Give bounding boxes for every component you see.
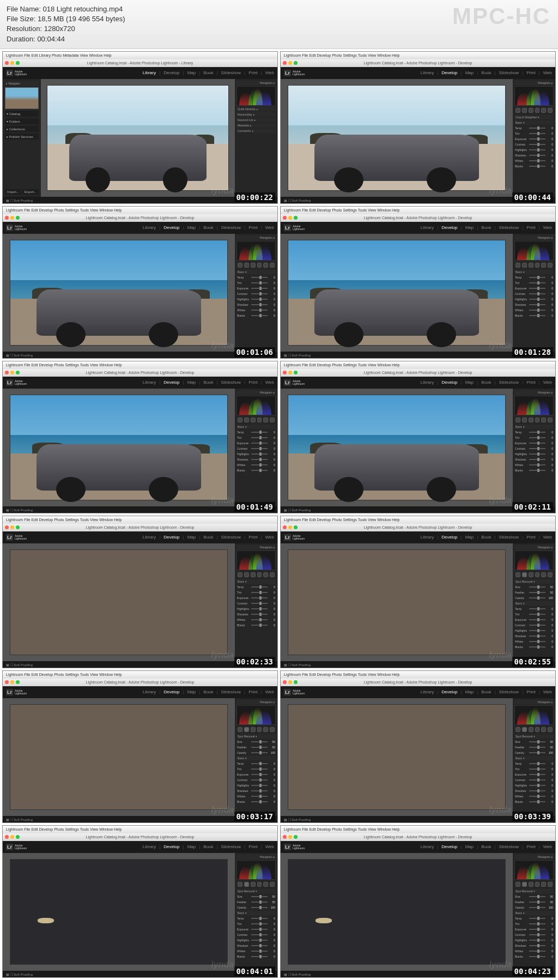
module-slideshow[interactable]: Slideshow bbox=[499, 225, 519, 230]
menu-photo[interactable]: Photo bbox=[54, 827, 64, 831]
menu-help[interactable]: Help bbox=[392, 827, 399, 831]
module-library[interactable]: Library bbox=[143, 535, 156, 540]
menu-photo[interactable]: Photo bbox=[54, 673, 64, 676]
exposure-slider[interactable]: Exposure0 bbox=[514, 137, 554, 141]
crop-tool-icon[interactable] bbox=[238, 418, 242, 422]
blacks-slider[interactable]: Blacks0 bbox=[514, 468, 554, 473]
contrast-slider[interactable]: Contrast0 bbox=[514, 623, 554, 627]
highlights-slider[interactable]: Highlights0 bbox=[514, 148, 554, 152]
module-web[interactable]: Web bbox=[265, 844, 274, 849]
redeye-tool-icon[interactable] bbox=[529, 418, 533, 422]
histogram-header[interactable]: Histogram ◂ bbox=[514, 235, 554, 240]
histogram[interactable] bbox=[514, 396, 554, 415]
module-map[interactable]: Map bbox=[465, 70, 474, 75]
redeye-tool-icon[interactable] bbox=[529, 882, 533, 887]
video-thumbnail[interactable]: LightroomFileEditLibraryPhotoMetadataVie… bbox=[2, 51, 278, 204]
menu-tools[interactable]: Tools bbox=[80, 673, 89, 676]
module-slideshow[interactable]: Slideshow bbox=[221, 844, 241, 849]
module-book[interactable]: Book bbox=[203, 225, 213, 230]
blacks-slider[interactable]: Blacks0 bbox=[236, 954, 276, 959]
tint-slider[interactable]: Tint0 bbox=[514, 612, 554, 616]
menu-window[interactable]: Window bbox=[377, 827, 391, 831]
exposure-slider[interactable]: Exposure0 bbox=[236, 441, 276, 445]
menu-develop[interactable]: Develop bbox=[317, 673, 331, 676]
menu-window[interactable]: Window bbox=[89, 53, 102, 57]
soft-proof-toggle[interactable]: ☐ Soft Proofing bbox=[10, 508, 33, 512]
brush-tool-icon[interactable] bbox=[270, 263, 275, 268]
crop-tool-icon[interactable] bbox=[515, 418, 520, 422]
module-book[interactable]: Book bbox=[203, 689, 213, 694]
redeye-tool-icon[interactable] bbox=[529, 263, 533, 268]
histogram-header[interactable]: Histogram ◂ bbox=[236, 235, 276, 240]
grid-view-icon[interactable]: ▦ bbox=[284, 353, 287, 357]
menu-settings[interactable]: Settings bbox=[343, 53, 356, 57]
module-web[interactable]: Web bbox=[543, 689, 552, 694]
blacks-slider[interactable]: Blacks0 bbox=[514, 645, 554, 649]
gradient-tool-icon[interactable] bbox=[257, 418, 262, 422]
close-icon[interactable] bbox=[5, 61, 9, 65]
histogram[interactable] bbox=[236, 551, 276, 570]
brush-tool-icon[interactable] bbox=[548, 572, 553, 577]
spot-tool-icon[interactable] bbox=[522, 263, 527, 268]
module-map[interactable]: Map bbox=[465, 225, 474, 230]
import-button[interactable]: Import... bbox=[5, 189, 21, 195]
menu-develop[interactable]: Develop bbox=[317, 208, 331, 212]
radial-tool-icon[interactable] bbox=[541, 882, 546, 887]
menu-file[interactable]: File bbox=[302, 363, 308, 367]
whites-slider[interactable]: Whites0 bbox=[236, 308, 276, 312]
module-print[interactable]: Print bbox=[248, 689, 257, 694]
shadows-slider[interactable]: Shadows0 bbox=[514, 303, 554, 307]
menu-settings[interactable]: Settings bbox=[343, 673, 356, 676]
module-slideshow[interactable]: Slideshow bbox=[221, 225, 241, 230]
temp-slider[interactable]: Temp0 bbox=[514, 126, 554, 130]
exposure-slider[interactable]: Exposure0 bbox=[514, 286, 554, 291]
module-map[interactable]: Map bbox=[187, 380, 196, 385]
quickdev-panel[interactable]: Quick Develop ◂ bbox=[236, 107, 276, 111]
video-thumbnail[interactable]: LightroomFileEditDevelopPhotoSettingsToo… bbox=[280, 206, 556, 359]
close-icon[interactable] bbox=[283, 525, 287, 529]
module-book[interactable]: Book bbox=[481, 844, 491, 849]
menu-settings[interactable]: Settings bbox=[343, 518, 356, 522]
module-library[interactable]: Library bbox=[421, 689, 434, 694]
contrast-slider[interactable]: Contrast0 bbox=[236, 292, 276, 296]
highlights-slider[interactable]: Highlights0 bbox=[236, 938, 276, 942]
basic-panel[interactable]: Basic ▾ bbox=[236, 756, 276, 760]
module-develop[interactable]: Develop bbox=[163, 844, 179, 849]
spot-tool-icon[interactable] bbox=[244, 418, 249, 422]
basic-panel[interactable]: Basic ▾ bbox=[236, 579, 276, 584]
menu-photo[interactable]: Photo bbox=[332, 827, 342, 831]
module-map[interactable]: Map bbox=[465, 535, 474, 540]
histogram[interactable] bbox=[236, 396, 276, 415]
spot-tool-icon[interactable] bbox=[522, 572, 527, 577]
maximize-icon[interactable] bbox=[294, 835, 298, 839]
comments-panel[interactable]: Comments ◂ bbox=[236, 129, 276, 133]
menu-settings[interactable]: Settings bbox=[343, 208, 356, 212]
module-map[interactable]: Map bbox=[187, 689, 196, 694]
video-thumbnail[interactable]: LightroomFileEditDevelopPhotoSettingsToo… bbox=[280, 51, 556, 204]
whites-slider[interactable]: Whites0 bbox=[236, 618, 276, 622]
menu-lightroom[interactable]: Lightroom bbox=[284, 53, 301, 57]
menu-edit[interactable]: Edit bbox=[31, 208, 38, 212]
menu-develop[interactable]: Develop bbox=[317, 53, 331, 57]
menu-develop[interactable]: Develop bbox=[317, 827, 331, 831]
crop-tool-icon[interactable] bbox=[515, 572, 520, 577]
menu-tools[interactable]: Tools bbox=[80, 827, 89, 831]
menu-lightroom[interactable]: Lightroom bbox=[6, 518, 23, 522]
grid-view-icon[interactable]: ▦ bbox=[6, 353, 9, 357]
highlights-slider[interactable]: Highlights0 bbox=[236, 607, 276, 611]
menu-help[interactable]: Help bbox=[114, 673, 122, 676]
maximize-icon[interactable] bbox=[294, 680, 298, 684]
menu-window[interactable]: Window bbox=[99, 363, 113, 367]
highlights-slider[interactable]: Highlights0 bbox=[236, 297, 276, 301]
spot-tool-icon[interactable] bbox=[522, 108, 527, 113]
radial-tool-icon[interactable] bbox=[263, 572, 268, 577]
shadows-slider[interactable]: Shadows0 bbox=[236, 789, 276, 793]
maximize-icon[interactable] bbox=[294, 216, 298, 220]
photo-preview[interactable] bbox=[10, 859, 228, 965]
catalog-panel[interactable]: ▾ Catalog bbox=[5, 111, 39, 117]
video-thumbnail[interactable]: LightroomFileEditDevelopPhotoSettingsToo… bbox=[2, 670, 278, 823]
brush-tool-icon[interactable] bbox=[548, 263, 553, 268]
module-web[interactable]: Web bbox=[543, 70, 552, 75]
module-web[interactable]: Web bbox=[265, 70, 274, 75]
module-map[interactable]: Map bbox=[187, 70, 196, 75]
